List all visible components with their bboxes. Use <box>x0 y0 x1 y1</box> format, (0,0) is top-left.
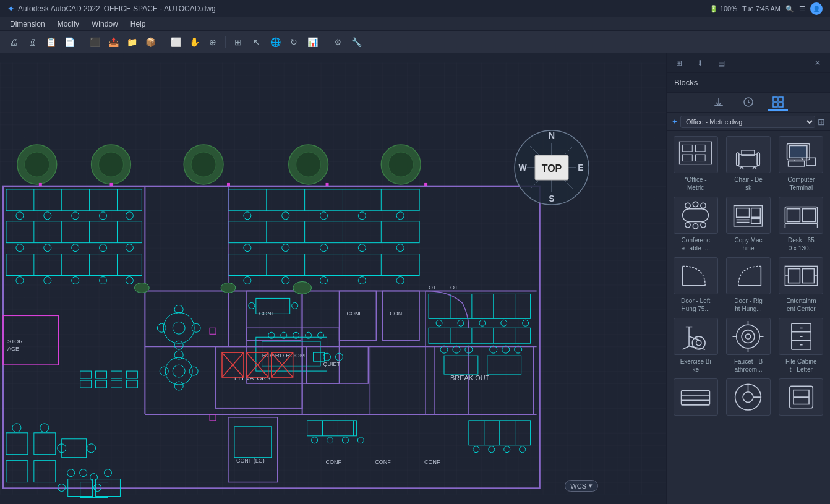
block-item-door-right[interactable]: Door - Right Hung... <box>724 257 772 313</box>
svg-text:CONF: CONF <box>390 310 406 317</box>
svg-point-223 <box>221 283 236 293</box>
svg-rect-243 <box>779 103 783 107</box>
block-label-chair-desk: Chair - Desk <box>734 176 763 192</box>
panel-tab-blocks[interactable]: ⊞ <box>669 55 689 71</box>
svg-rect-246 <box>696 145 706 151</box>
svg-rect-248 <box>696 155 706 161</box>
svg-text:OT.: OT. <box>450 284 459 291</box>
block-preview-exercise-bike <box>674 318 718 355</box>
cursor-button[interactable]: ↖ <box>248 33 265 51</box>
orbit-button[interactable]: ⊕ <box>204 33 221 51</box>
view-options-icon[interactable]: ⊞ <box>818 117 825 127</box>
file-dropdown[interactable]: Office - Metric.dwg Office - Imperial.dw… <box>680 116 815 128</box>
svg-text:CONF: CONF <box>424 459 440 465</box>
block-item-15[interactable] <box>777 378 825 418</box>
blocks-tab-library[interactable] <box>768 95 788 111</box>
cad-canvas[interactable]: STOR AGE <box>0 53 666 504</box>
block-label-desk-650: Desk - 650 x 130... <box>788 236 815 252</box>
svg-rect-272 <box>751 208 761 218</box>
panel-tabs: ⊞ ⬇ ▤ ✕ <box>667 53 830 73</box>
block-label-door-left: Door - LeftHung 75... <box>681 297 710 313</box>
menu-dimension[interactable]: Dimension <box>5 19 50 30</box>
svg-rect-277 <box>787 209 800 222</box>
app-title: ✦ Autodesk AutoCAD 2022 OFFICE SPACE - A… <box>7 4 216 14</box>
rectangle-button[interactable]: ⬜ <box>167 33 184 51</box>
block-preview-door-left <box>674 257 718 294</box>
publish-button[interactable]: 📦 <box>142 33 159 51</box>
properties-button[interactable]: ⚙ <box>329 33 346 51</box>
svg-rect-217 <box>39 183 42 186</box>
globe-button[interactable]: 🌐 <box>267 33 284 51</box>
wcs-indicator[interactable]: WCS ▾ <box>565 480 598 492</box>
svg-rect-259 <box>806 158 816 166</box>
svg-point-268 <box>693 224 698 229</box>
svg-rect-270 <box>734 205 763 226</box>
import-button[interactable]: ⬛ <box>86 33 103 51</box>
svg-text:W: W <box>518 163 527 173</box>
toolbar: 🖨 🖨 📋 📄 ⬛ 📤 📁 📦 ⬜ ✋ ⊕ ⊞ ↖ 🌐 ↻ 📊 ⚙ 🔧 <box>0 31 830 53</box>
menu-help[interactable]: Help <box>126 19 151 30</box>
export-button[interactable]: 📤 <box>105 33 122 51</box>
svg-rect-240 <box>773 97 777 101</box>
separator4 <box>325 36 325 48</box>
block-preview-13 <box>674 378 718 416</box>
search-icon[interactable]: 🔍 <box>785 5 794 13</box>
print2-button[interactable]: 🖨 <box>24 33 41 51</box>
blocks-tab-recent[interactable] <box>738 95 758 111</box>
plot-button[interactable]: 📊 <box>304 33 321 51</box>
panel-close-button[interactable]: ✕ <box>808 55 828 71</box>
wcs-label: WCS <box>570 482 586 490</box>
svg-point-222 <box>134 283 149 293</box>
panel-tab-insert[interactable]: ⬇ <box>690 55 710 71</box>
block-item-office-metric[interactable]: *Office -Metric <box>672 136 719 192</box>
svg-rect-220 <box>326 183 329 186</box>
block-item-file-cabinet[interactable]: File Cabinet - Letter <box>777 318 825 374</box>
block-item-conference-table[interactable]: Conference Table -... <box>672 197 719 252</box>
block-item-door-left[interactable]: Door - LeftHung 75... <box>672 257 719 313</box>
share-button[interactable]: 📁 <box>123 33 140 51</box>
block-item-entertainment-center[interactable]: Entertainment Center <box>777 257 825 313</box>
svg-point-294 <box>696 340 701 345</box>
svg-rect-255 <box>737 153 739 166</box>
block-preview-desk-650 <box>779 197 823 234</box>
print-button[interactable]: 🖨 <box>5 33 22 51</box>
autocad-icon: ✦ <box>7 4 14 14</box>
paste-button[interactable]: 📄 <box>61 33 78 51</box>
block-item-14[interactable] <box>724 378 772 418</box>
block-item-desk-650[interactable]: Desk - 650 x 130... <box>777 197 825 252</box>
menu-window[interactable]: Window <box>87 19 123 30</box>
refresh-button[interactable]: ↻ <box>285 33 302 51</box>
pan-button[interactable]: ✋ <box>186 33 203 51</box>
svg-rect-273 <box>751 218 761 223</box>
svg-rect-263 <box>683 209 709 222</box>
layer-button[interactable]: ⊞ <box>229 33 247 51</box>
user-avatar[interactable]: 👤 <box>810 2 823 15</box>
svg-text:STOR: STOR <box>7 338 23 344</box>
svg-text:N: N <box>549 130 555 140</box>
block-item-chair-desk[interactable]: Chair - Desk <box>724 136 772 192</box>
block-item-exercise-bike[interactable]: Exercise Bike <box>672 318 719 374</box>
block-item-copy-machine[interactable]: Copy Machine <box>724 197 772 252</box>
tool2-button[interactable]: 🔧 <box>348 33 365 51</box>
copy-button[interactable]: 📋 <box>42 33 59 51</box>
svg-point-266 <box>701 203 706 208</box>
block-item-faucet-bathroom[interactable]: Faucet - Bathroom... <box>724 318 772 374</box>
blocks-tab-insert[interactable] <box>709 95 729 111</box>
svg-point-315 <box>743 392 754 403</box>
block-item-13[interactable] <box>672 378 719 418</box>
svg-text:E: E <box>578 163 583 173</box>
block-preview-14 <box>726 378 771 416</box>
file-icon: ✦ <box>672 117 678 126</box>
right-panel: ⊞ ⬇ ▤ ✕ Blocks ✦ Office - Metri <box>666 53 830 504</box>
svg-point-298 <box>742 330 755 343</box>
menu-modify[interactable]: Modify <box>53 19 84 30</box>
svg-rect-310 <box>682 391 710 405</box>
menu-icon[interactable]: ☰ <box>799 5 805 13</box>
svg-rect-278 <box>802 209 815 222</box>
menubar: Dimension Modify Window Help <box>0 17 830 31</box>
block-item-computer-terminal[interactable]: ComputerTerminal <box>777 136 825 192</box>
svg-point-299 <box>746 334 751 339</box>
svg-text:OT.: OT. <box>429 284 437 291</box>
panel-tab-layers[interactable]: ▤ <box>711 55 731 71</box>
block-label-copy-machine: Copy Machine <box>734 236 762 252</box>
